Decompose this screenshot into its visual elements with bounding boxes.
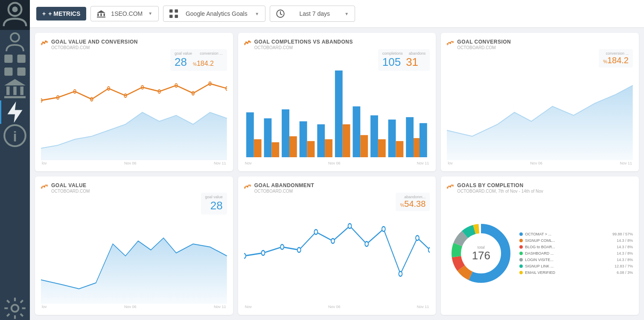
- card-header-4: GOAL VALUE OCTOBOARD.COM: [41, 182, 227, 194]
- svg-rect-50: [246, 112, 254, 157]
- svg-rect-21: [169, 9, 173, 13]
- chart-area-3: [447, 53, 633, 160]
- card-title-2: GOAL COMPLETIONS VS ABANDONS: [254, 39, 430, 45]
- svg-rect-22: [175, 9, 178, 13]
- svg-point-2: [11, 33, 19, 42]
- add-metrics-button[interactable]: + + METRICS: [36, 7, 86, 21]
- svg-point-73: [452, 41, 454, 43]
- legend-item-3: DASHBOARD ... 14.3 / 8%: [519, 251, 633, 255]
- legend-label-0: OCTOMAT > ...: [525, 232, 610, 236]
- svg-point-82: [280, 244, 284, 249]
- label-lov-4: lov: [42, 305, 47, 309]
- main-area: + + METRICS 1SEO.COM ▼: [30, 0, 644, 320]
- stats-box-4: goal value 28: [201, 193, 227, 214]
- svg-point-84: [314, 229, 318, 234]
- sidebar-item-bank[interactable]: [0, 77, 30, 100]
- bar-group-3: [282, 109, 297, 157]
- legend-dot-2: [519, 245, 523, 249]
- label-nov06-3: Nov 06: [530, 161, 542, 165]
- analytics-selector-dropdown[interactable]: Google Analytics Goals ▼: [163, 6, 265, 22]
- bar-group-11: [420, 123, 427, 157]
- svg-point-74: [41, 187, 42, 188]
- label-nov: Nov: [245, 161, 252, 165]
- svg-rect-8: [6, 87, 10, 95]
- svg-rect-24: [175, 15, 178, 18]
- card-goals-by-completion: GOALS BY COMPLETION OCTOBOARD.COM, 7th o…: [441, 176, 639, 315]
- stat-primary-3: %184.2: [603, 56, 629, 65]
- card-goal-value-conversion: GOAL VALUE AND CONVERSION OCTOBOARD.COM …: [35, 33, 233, 171]
- sidebar-item-dashboard[interactable]: [0, 53, 30, 77]
- stats-box-5: abandonm... %54.38: [396, 193, 430, 211]
- clock-icon: [276, 9, 285, 18]
- svg-point-79: [249, 185, 251, 186]
- site-selector-dropdown[interactable]: 1SEO.COM ▼: [90, 6, 159, 21]
- sidebar-item-lightning[interactable]: [0, 100, 30, 124]
- card-title-group-6: GOALS BY COMPLETION OCTOBOARD.COM, 7th o…: [457, 182, 633, 194]
- label-nov06-5: Nov 06: [328, 305, 341, 309]
- legend-item-4: LOGIN VISITE... 14.3 / 8%: [519, 258, 633, 262]
- svg-rect-18: [101, 13, 102, 16]
- svg-rect-60: [335, 70, 343, 157]
- svg-marker-12: [8, 102, 23, 123]
- svg-rect-10: [20, 87, 24, 95]
- chart-labels-4: lov Nov 06 Nov 11: [41, 305, 227, 309]
- sidebar-item-user[interactable]: [0, 30, 30, 53]
- plus-icon: +: [42, 10, 46, 17]
- legend-label-6: EMAIL VERIFIED: [525, 270, 615, 275]
- svg-rect-58: [317, 124, 325, 157]
- svg-point-49: [249, 41, 251, 43]
- donut-container: total 176: [447, 219, 515, 288]
- svg-point-1: [12, 6, 17, 12]
- svg-marker-7: [4, 79, 26, 85]
- bar-group-4: [299, 121, 315, 157]
- legend-label-4: LOGIN VISITE...: [525, 258, 615, 262]
- card-title-group-2: GOAL COMPLETIONS VS ABANDONS OCTOBOARD.C…: [254, 39, 430, 50]
- legend-label-5: SIGNUP LINK ...: [525, 264, 612, 268]
- card-goal-abandonment: GOAL ABANDONMENT OCTOBOARD.COM abandonm.…: [238, 176, 436, 315]
- legend-dot-5: [519, 264, 523, 268]
- card-header-5: GOAL ABANDONMENT OCTOBOARD.COM: [244, 182, 430, 194]
- legend-values-1: 14.3 / 8%: [617, 238, 633, 243]
- chart-icon-2: [244, 40, 251, 47]
- svg-rect-20: [97, 17, 105, 18]
- topbar: + + METRICS 1SEO.COM ▼: [30, 0, 644, 28]
- svg-rect-9: [13, 87, 17, 95]
- bank-icon: [97, 10, 105, 18]
- time-selector-dropdown[interactable]: Last 7 days ▼: [270, 6, 355, 22]
- svg-point-88: [382, 226, 385, 231]
- svg-rect-70: [420, 123, 427, 157]
- sidebar-item-info[interactable]: i: [0, 124, 30, 147]
- chart-labels-2: Nov Nov 06 Nov 11: [244, 161, 430, 165]
- svg-point-91: [428, 247, 430, 252]
- legend-values-4: 14.3 / 8%: [617, 258, 633, 262]
- sidebar-item-settings[interactable]: [0, 297, 30, 320]
- legend-values-5: 12.83 / 7%: [615, 264, 633, 268]
- time-selector-label: Last 7 days: [300, 10, 330, 17]
- stat-primary-5: %54.38: [400, 199, 425, 209]
- legend-values-3: 14.3 / 8%: [617, 251, 633, 255]
- sidebar: i: [0, 0, 30, 320]
- stats-box-3: conversion ... %184.2: [599, 49, 633, 68]
- chart-icon-5: [244, 183, 251, 191]
- svg-marker-16: [97, 10, 105, 13]
- svg-rect-64: [370, 115, 378, 157]
- card-title-group-5: GOAL ABANDONMENT OCTOBOARD.COM: [254, 182, 430, 194]
- svg-point-85: [331, 238, 335, 243]
- card-title-5: GOAL ABANDONMENT: [254, 182, 430, 188]
- card-title-6: GOALS BY COMPLETION: [457, 182, 633, 188]
- svg-rect-55: [289, 136, 297, 157]
- stats-label-completions: completions: [382, 51, 403, 56]
- svg-point-77: [244, 187, 245, 188]
- legend-list: OCTOMAT > ... 99.88 / 57% SIGNUP COML...…: [519, 232, 633, 275]
- donut-center: total 176: [472, 245, 490, 262]
- stat-val-5: 54.38: [404, 199, 425, 208]
- stats-label-5: abandonm...: [400, 195, 425, 199]
- svg-point-71: [447, 44, 448, 45]
- svg-point-94: [452, 185, 454, 186]
- stats-label-3: conversion ...: [603, 51, 629, 56]
- svg-point-83: [297, 247, 300, 252]
- stats-box-1: goal value conversion ... 28 %184.2: [170, 49, 227, 71]
- svg-rect-17: [98, 13, 99, 16]
- chart-labels-3: lov Nov 06 Nov 11: [447, 161, 633, 165]
- stats-label-4: goal value: [205, 195, 223, 199]
